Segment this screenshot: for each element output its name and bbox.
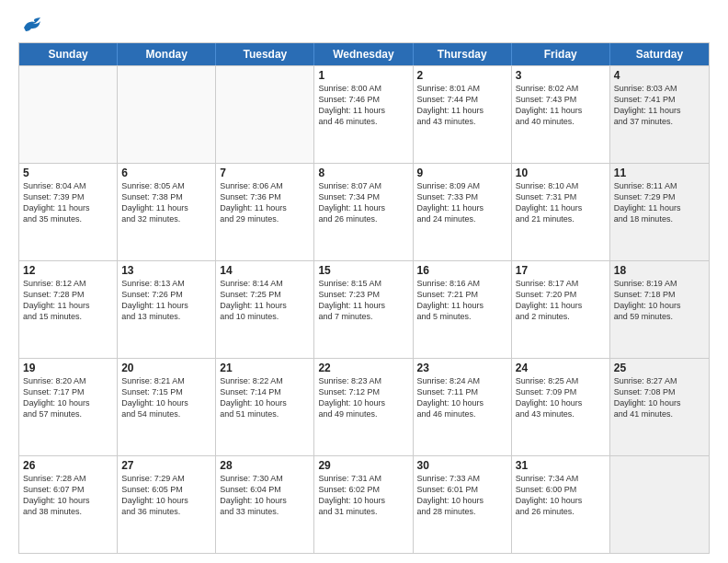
day-number: 19 [23,362,113,374]
cell-text: Sunrise: 8:11 AM Sunset: 7:29 PM Dayligh… [614,180,705,225]
calendar-cell-30: 30Sunrise: 7:33 AM Sunset: 6:01 PM Dayli… [414,456,512,553]
cell-text: Sunrise: 8:06 AM Sunset: 7:36 PM Dayligh… [220,180,310,225]
cell-text: Sunrise: 8:23 AM Sunset: 7:12 PM Dayligh… [318,375,408,420]
calendar-cell-15: 15Sunrise: 8:15 AM Sunset: 7:23 PM Dayli… [314,261,413,358]
day-number: 14 [220,264,310,277]
cell-text: Sunrise: 8:25 AM Sunset: 7:09 PM Dayligh… [516,375,606,420]
calendar-cell-8: 8Sunrise: 8:07 AM Sunset: 7:34 PM Daylig… [314,164,413,260]
day-number: 25 [614,362,705,374]
calendar-cell-empty-0-2 [216,66,314,163]
weekday-header-tuesday: Tuesday [216,43,314,65]
calendar-body: 1Sunrise: 8:00 AM Sunset: 7:46 PM Daylig… [19,65,709,553]
calendar-cell-13: 13Sunrise: 8:13 AM Sunset: 7:26 PM Dayli… [118,261,216,358]
day-number: 30 [417,459,507,472]
calendar-cell-empty-0-0 [19,66,118,163]
weekday-header-sunday: Sunday [19,43,118,65]
day-number: 4 [614,69,705,82]
cell-text: Sunrise: 8:15 AM Sunset: 7:23 PM Dayligh… [318,278,408,323]
calendar-cell-empty-4-6 [610,456,709,553]
calendar-cell-1: 1Sunrise: 8:00 AM Sunset: 7:46 PM Daylig… [314,66,413,163]
cell-text: Sunrise: 7:31 AM Sunset: 6:02 PM Dayligh… [318,473,408,518]
calendar-cell-21: 21Sunrise: 8:22 AM Sunset: 7:14 PM Dayli… [216,359,314,455]
cell-text: Sunrise: 8:27 AM Sunset: 7:08 PM Dayligh… [614,375,705,420]
cell-text: Sunrise: 8:10 AM Sunset: 7:31 PM Dayligh… [516,180,606,225]
cell-text: Sunrise: 7:29 AM Sunset: 6:05 PM Dayligh… [121,473,211,518]
calendar-cell-4: 4Sunrise: 8:03 AM Sunset: 7:41 PM Daylig… [610,66,709,163]
day-number: 16 [417,264,507,277]
day-number: 28 [220,459,310,472]
cell-text: Sunrise: 8:12 AM Sunset: 7:28 PM Dayligh… [23,278,113,323]
cell-text: Sunrise: 8:17 AM Sunset: 7:20 PM Dayligh… [516,278,606,323]
cell-text: Sunrise: 8:16 AM Sunset: 7:21 PM Dayligh… [417,278,507,323]
calendar-cell-9: 9Sunrise: 8:09 AM Sunset: 7:33 PM Daylig… [414,164,512,260]
weekday-header-thursday: Thursday [414,43,512,65]
cell-text: Sunrise: 8:13 AM Sunset: 7:26 PM Dayligh… [121,278,211,323]
calendar-cell-27: 27Sunrise: 7:29 AM Sunset: 6:05 PM Dayli… [118,456,216,553]
day-number: 31 [516,459,606,472]
calendar-cell-11: 11Sunrise: 8:11 AM Sunset: 7:29 PM Dayli… [610,164,709,260]
day-number: 27 [121,459,211,472]
calendar-row-1: 5Sunrise: 8:04 AM Sunset: 7:39 PM Daylig… [19,163,709,260]
cell-text: Sunrise: 8:04 AM Sunset: 7:39 PM Dayligh… [23,180,113,225]
calendar: SundayMondayTuesdayWednesdayThursdayFrid… [18,42,710,554]
weekday-header-friday: Friday [512,43,610,65]
day-number: 22 [318,362,408,374]
calendar-cell-20: 20Sunrise: 8:21 AM Sunset: 7:15 PM Dayli… [118,359,216,455]
weekday-header-saturday: Saturday [610,43,709,65]
logo-bird-icon [22,17,42,33]
cell-text: Sunrise: 7:33 AM Sunset: 6:01 PM Dayligh… [417,473,507,518]
calendar-header: SundayMondayTuesdayWednesdayThursdayFrid… [19,43,709,65]
day-number: 17 [516,264,606,277]
day-number: 7 [220,167,310,179]
weekday-header-wednesday: Wednesday [314,43,413,65]
day-number: 29 [318,459,408,472]
day-number: 9 [417,167,507,179]
cell-text: Sunrise: 7:34 AM Sunset: 6:00 PM Dayligh… [516,473,606,518]
day-number: 23 [417,362,507,374]
day-number: 20 [121,362,211,374]
cell-text: Sunrise: 7:30 AM Sunset: 6:04 PM Dayligh… [220,473,310,518]
cell-text: Sunrise: 8:22 AM Sunset: 7:14 PM Dayligh… [220,375,310,420]
calendar-cell-6: 6Sunrise: 8:05 AM Sunset: 7:38 PM Daylig… [118,164,216,260]
day-number: 12 [23,264,113,277]
day-number: 24 [516,362,606,374]
cell-text: Sunrise: 8:19 AM Sunset: 7:18 PM Dayligh… [614,278,705,323]
calendar-cell-16: 16Sunrise: 8:16 AM Sunset: 7:21 PM Dayli… [414,261,512,358]
cell-text: Sunrise: 8:14 AM Sunset: 7:25 PM Dayligh… [220,278,310,323]
calendar-cell-25: 25Sunrise: 8:27 AM Sunset: 7:08 PM Dayli… [610,359,709,455]
page: SundayMondayTuesdayWednesdayThursdayFrid… [0,0,728,563]
day-number: 5 [23,167,113,179]
cell-text: Sunrise: 8:03 AM Sunset: 7:41 PM Dayligh… [614,83,705,128]
cell-text: Sunrise: 7:28 AM Sunset: 6:07 PM Dayligh… [23,473,113,518]
calendar-cell-22: 22Sunrise: 8:23 AM Sunset: 7:12 PM Dayli… [314,359,413,455]
day-number: 21 [220,362,310,374]
day-number: 6 [121,167,211,179]
calendar-cell-2: 2Sunrise: 8:01 AM Sunset: 7:44 PM Daylig… [414,66,512,163]
calendar-cell-31: 31Sunrise: 7:34 AM Sunset: 6:00 PM Dayli… [512,456,610,553]
calendar-cell-12: 12Sunrise: 8:12 AM Sunset: 7:28 PM Dayli… [19,261,118,358]
cell-text: Sunrise: 8:21 AM Sunset: 7:15 PM Dayligh… [121,375,211,420]
calendar-cell-17: 17Sunrise: 8:17 AM Sunset: 7:20 PM Dayli… [512,261,610,358]
cell-text: Sunrise: 8:05 AM Sunset: 7:38 PM Dayligh… [121,180,211,225]
calendar-row-0: 1Sunrise: 8:00 AM Sunset: 7:46 PM Daylig… [19,65,709,163]
calendar-cell-19: 19Sunrise: 8:20 AM Sunset: 7:17 PM Dayli… [19,359,118,455]
calendar-cell-29: 29Sunrise: 7:31 AM Sunset: 6:02 PM Dayli… [314,456,413,553]
calendar-row-2: 12Sunrise: 8:12 AM Sunset: 7:28 PM Dayli… [19,260,709,358]
day-number: 13 [121,264,211,277]
cell-text: Sunrise: 8:09 AM Sunset: 7:33 PM Dayligh… [417,180,507,225]
day-number: 15 [318,264,408,277]
cell-text: Sunrise: 8:01 AM Sunset: 7:44 PM Dayligh… [417,83,507,128]
calendar-cell-7: 7Sunrise: 8:06 AM Sunset: 7:36 PM Daylig… [216,164,314,260]
cell-text: Sunrise: 8:02 AM Sunset: 7:43 PM Dayligh… [516,83,606,128]
day-number: 2 [417,69,507,82]
header [18,17,710,33]
cell-text: Sunrise: 8:00 AM Sunset: 7:46 PM Dayligh… [318,83,408,128]
calendar-cell-3: 3Sunrise: 8:02 AM Sunset: 7:43 PM Daylig… [512,66,610,163]
day-number: 26 [23,459,113,472]
calendar-cell-26: 26Sunrise: 7:28 AM Sunset: 6:07 PM Dayli… [19,456,118,553]
calendar-cell-24: 24Sunrise: 8:25 AM Sunset: 7:09 PM Dayli… [512,359,610,455]
day-number: 10 [516,167,606,179]
cell-text: Sunrise: 8:24 AM Sunset: 7:11 PM Dayligh… [417,375,507,420]
calendar-cell-28: 28Sunrise: 7:30 AM Sunset: 6:04 PM Dayli… [216,456,314,553]
calendar-cell-10: 10Sunrise: 8:10 AM Sunset: 7:31 PM Dayli… [512,164,610,260]
